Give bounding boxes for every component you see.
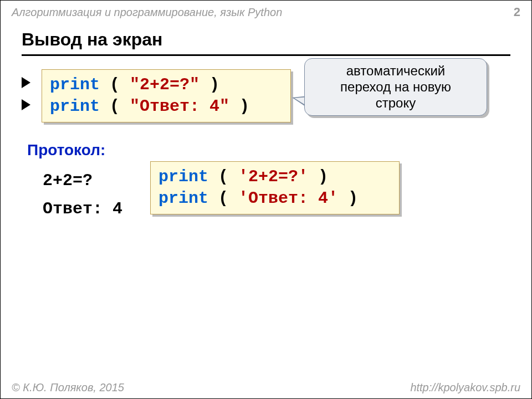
code-box-1: print ( "2+2=?" ) print ( "Ответ: 4" ) [42,69,291,122]
slide-title: Вывод на экран [1,22,531,54]
protocol-output: 2+2=? Ответ: 4 [43,167,122,223]
code-box-2: print ( '2+2=?' ) print ( 'Ответ: 4' ) [150,161,400,214]
callout-line: переход на новую [311,79,480,95]
callout-line: строку [311,95,480,111]
code-line: print ( 'Ответ: 4' ) [158,188,391,209]
callout-line: автоматический [311,63,480,79]
code-line: print ( "2+2=?" ) [50,74,283,96]
code-line: print ( "Ответ: 4" ) [50,96,283,117]
slide-footer: © К.Ю. Поляков, 2015 http://kpolyakov.sp… [1,378,531,398]
course-title: Алгоритмизация и программирование, язык … [12,6,282,19]
output-line: 2+2=? [43,167,122,195]
slide-header: Алгоритмизация и программирование, язык … [1,1,531,22]
title-divider [22,54,510,56]
code-bullets [22,77,38,109]
protocol-heading: Протокол: [27,141,105,159]
output-line: Ответ: 4 [43,195,122,223]
page-number: 2 [514,5,520,19]
bullet-icon [22,77,30,88]
footer-author: © К.Ю. Поляков, 2015 [12,381,124,394]
callout-note: автоматический переход на новую строку [304,58,487,116]
footer-url: http://kpolyakov.spb.ru [410,381,520,394]
code-line: print ( '2+2=?' ) [158,166,391,188]
bullet-icon [22,99,30,110]
